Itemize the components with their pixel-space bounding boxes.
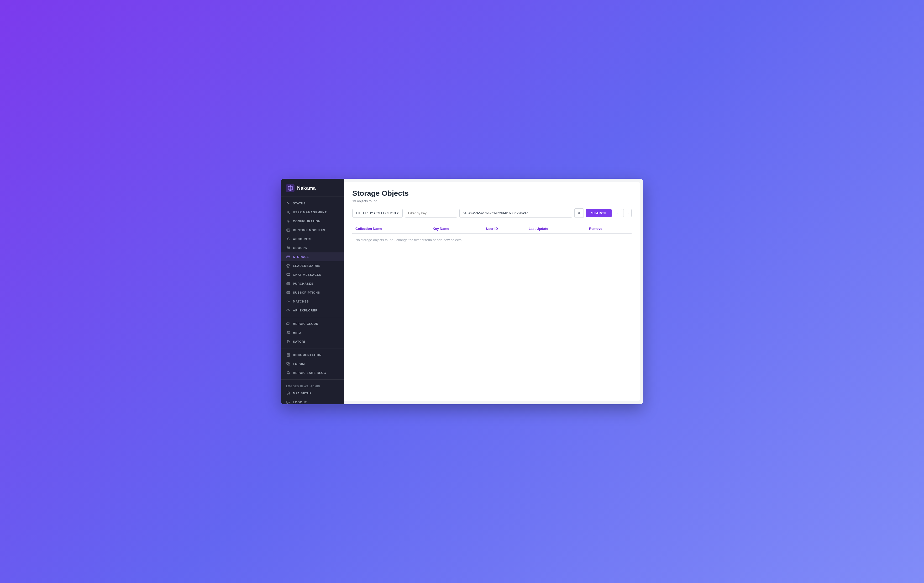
sidebar-item-label: CHAT MESSAGES [293, 273, 321, 276]
sidebar-item-label: DOCUMENTATION [293, 353, 322, 357]
storage-table: Collection Name Key Name User ID Last Up… [352, 224, 632, 246]
hiro-icon [286, 331, 290, 335]
subscriptions-icon [286, 290, 290, 295]
svg-point-19 [289, 301, 290, 302]
svg-point-3 [288, 221, 289, 222]
sidebar-item-label: GROUPS [293, 246, 307, 250]
sidebar-item-hiro[interactable]: HIRO [281, 328, 344, 337]
svg-rect-12 [287, 273, 290, 275]
sidebar-item-configuration[interactable]: CONFIGURATION [281, 217, 344, 226]
svg-point-7 [289, 247, 290, 248]
sidebar-item-label: ACCOUNTS [293, 237, 311, 240]
filter-settings-button[interactable] [574, 208, 584, 218]
sidebar-item-label: HEROIC CLOUD [293, 322, 318, 325]
key-icon [286, 210, 290, 214]
nav-divider-1 [281, 317, 344, 317]
sidebar-item-documentation[interactable]: DOCUMENTATION [281, 351, 344, 359]
col-key-name: Key Name [429, 224, 483, 234]
filter-key-input[interactable] [405, 209, 457, 217]
col-collection-name: Collection Name [352, 224, 429, 234]
svg-rect-15 [287, 292, 290, 293]
sidebar-item-label: LEADERBOARDS [293, 264, 320, 267]
sidebar-item-label: FORUM [293, 362, 305, 366]
sidebar-item-user-management[interactable]: USER MANAGEMENT [281, 208, 344, 217]
filter-collection-label: FILTER BY COLLECTION ▾ [356, 211, 399, 215]
sidebar-item-heroic-cloud[interactable]: HEROIC CLOUD [281, 319, 344, 328]
svg-point-26 [289, 331, 290, 333]
pagination-controls: ← → [614, 209, 632, 217]
col-user-id: User ID [483, 224, 526, 234]
search-button[interactable]: SEARCH [586, 209, 612, 217]
svg-point-6 [287, 247, 288, 248]
sidebar-item-satori[interactable]: SATORI [281, 337, 344, 346]
doc-icon [286, 353, 290, 357]
table-header: Collection Name Key Name User ID Last Up… [352, 224, 632, 234]
sidebar-item-label: STATUS [293, 202, 305, 205]
sidebar-item-chat-messages[interactable]: CHAT MESSAGES [281, 270, 344, 279]
next-page-icon: → [625, 211, 629, 215]
sidebar-nav: STATUS USER MANAGEMENT [281, 197, 344, 379]
logo-text: Nakama [297, 186, 316, 191]
svg-rect-34 [288, 364, 290, 365]
prev-page-icon: ← [616, 211, 620, 215]
code-icon [286, 308, 290, 313]
sidebar-item-label: API EXPLORER [293, 309, 318, 312]
prev-page-button[interactable]: ← [614, 209, 622, 217]
col-last-update: Last Update [526, 224, 586, 234]
settings-gear-icon [577, 211, 581, 215]
svg-point-25 [287, 331, 288, 333]
activity-icon [286, 201, 290, 206]
gear-icon [286, 219, 290, 223]
svg-line-21 [288, 310, 289, 311]
next-page-button[interactable]: → [623, 209, 632, 217]
table-empty-message: No storage objects found - change the fi… [352, 234, 632, 246]
sidebar-item-groups[interactable]: GROUPS [281, 244, 344, 252]
person-icon [286, 237, 290, 241]
sidebar-item-label: MATCHES [293, 300, 309, 303]
cloud-icon [286, 322, 290, 326]
sidebar-item-forum[interactable]: FORUM [281, 359, 344, 368]
content-area: Storage Objects 13 objects found. FILTER… [344, 182, 640, 401]
sidebar-item-label: LOGOUT [293, 401, 307, 404]
filter-collection-button[interactable]: FILTER BY COLLECTION ▾ [352, 209, 403, 217]
main-content: Storage Objects 13 objects found. FILTER… [344, 179, 643, 404]
sidebar-item-api-explorer[interactable]: API EXPLORER [281, 306, 344, 315]
matches-icon [286, 300, 290, 303]
sidebar-item-label: STORAGE [293, 255, 309, 259]
sidebar-item-leaderboards[interactable]: LEADERBOARDS [281, 261, 344, 270]
sidebar-item-runtime-modules[interactable]: RUNTIME MODULES [281, 226, 344, 235]
sidebar-item-status[interactable]: STATUS [281, 199, 344, 208]
sidebar-item-subscriptions[interactable]: SUBSCRIPTIONS [281, 288, 344, 297]
sidebar-item-heroic-labs-blog[interactable]: HEROIC LABS BLOG [281, 368, 344, 377]
table-body: No storage objects found - change the fi… [352, 234, 632, 246]
sidebar-item-logout[interactable]: LOGOUT [281, 398, 344, 404]
card-icon [286, 282, 290, 286]
svg-point-36 [579, 212, 580, 214]
svg-line-2 [289, 213, 290, 214]
trophy-icon [286, 264, 290, 268]
sidebar-item-label: USER MANAGEMENT [293, 211, 327, 214]
sidebar-bottom: LOGGED IN AS: ADMIN MFA SETUP [281, 379, 344, 404]
sidebar-item-label: MFA SETUP [293, 392, 312, 395]
svg-rect-9 [287, 257, 290, 258]
svg-point-28 [288, 341, 289, 342]
sidebar-item-purchases[interactable]: PURCHASES [281, 279, 344, 288]
sidebar-item-label: PURCHASES [293, 282, 314, 285]
sidebar-item-label: RUNTIME MODULES [293, 229, 325, 232]
shield-icon [286, 391, 290, 395]
table-empty-row: No storage objects found - change the fi… [352, 234, 632, 246]
bell-icon [286, 371, 290, 375]
chat-icon [286, 273, 290, 277]
logged-in-label: LOGGED IN AS: ADMIN [281, 383, 344, 389]
sidebar-item-matches[interactable]: MATCHES [281, 297, 344, 306]
svg-point-18 [287, 301, 288, 302]
forum-icon [286, 362, 290, 366]
sidebar-item-storage[interactable]: STORAGE [281, 252, 344, 261]
sidebar-item-mfa-setup[interactable]: MFA SETUP [281, 389, 344, 398]
sidebar-item-label: HIRO [293, 331, 301, 334]
svg-rect-13 [287, 283, 290, 285]
satori-icon [286, 339, 290, 344]
filter-uuid-input[interactable] [459, 209, 572, 217]
svg-point-1 [287, 211, 289, 213]
sidebar-item-accounts[interactable]: ACCOUNTS [281, 235, 344, 244]
